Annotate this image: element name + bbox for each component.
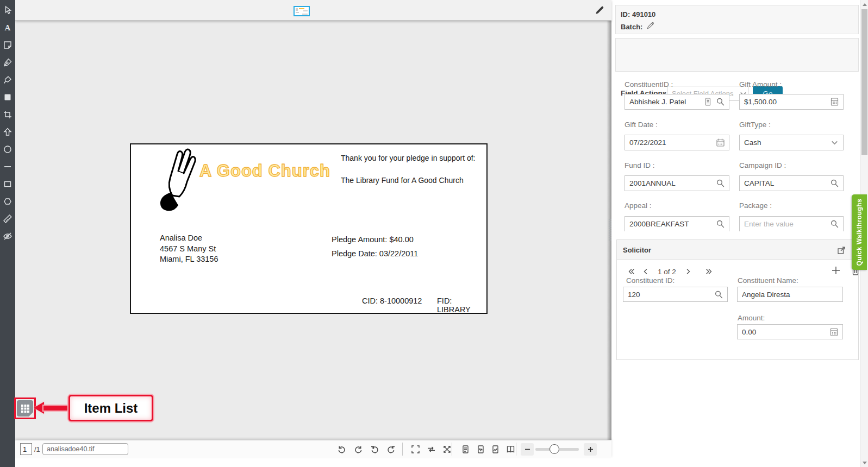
search-icon[interactable] — [830, 179, 839, 188]
page-thumbnail[interactable] — [294, 6, 310, 16]
fit-window-icon[interactable] — [409, 443, 421, 455]
pagination-status: 1 of 2 — [658, 268, 676, 276]
solicitor-amount-label: Amount: — [738, 314, 765, 322]
search-icon[interactable] — [714, 290, 723, 299]
package-input[interactable] — [744, 220, 827, 228]
line-icon[interactable] — [2, 161, 13, 172]
fit-width-icon[interactable] — [425, 443, 437, 455]
gift-amount-input[interactable] — [744, 98, 827, 106]
solicitor-constituent-name-input[interactable] — [742, 291, 839, 299]
rotate-page-ccw-icon[interactable] — [369, 443, 380, 455]
zoom-slider-knob[interactable] — [549, 444, 559, 454]
zoom-in-button[interactable] — [584, 443, 597, 456]
search-icon[interactable] — [716, 219, 725, 229]
highlighter-icon[interactable] — [2, 74, 13, 85]
zoom-slider[interactable] — [535, 448, 579, 451]
panel-splitter-handle[interactable] — [608, 218, 612, 241]
polygon-icon[interactable] — [2, 196, 13, 207]
solicitor-constituent-id-field[interactable] — [623, 287, 728, 302]
constituent-id-input[interactable] — [629, 98, 700, 106]
appeal-input[interactable] — [629, 220, 713, 228]
text-tool-icon[interactable]: A — [2, 22, 13, 33]
item-header-box: ID: 491010 Batch: — [615, 5, 859, 34]
next-page-icon[interactable] — [683, 266, 694, 277]
select-cursor-icon[interactable] — [2, 5, 13, 16]
gift-date-input[interactable] — [629, 138, 713, 147]
item-id-label: ID: 491010 — [621, 10, 858, 18]
page-count-label: /1 — [34, 445, 40, 453]
filled-rectangle-icon[interactable] — [2, 92, 13, 103]
scanned-pledge-card: A Good Church Thank you for your pledge … — [130, 143, 488, 314]
page-view-icon[interactable] — [459, 443, 471, 455]
contact-card-icon[interactable] — [703, 97, 713, 106]
campaign-id-label: Campaign ID : — [739, 161, 844, 169]
add-solicitor-icon[interactable] — [830, 265, 842, 277]
ellipse-icon[interactable] — [2, 144, 13, 155]
pen-icon[interactable] — [2, 57, 13, 68]
solicitor-pagination: 1 of 2 — [626, 266, 714, 277]
previous-page-icon[interactable] — [640, 266, 651, 277]
edit-pencil-icon[interactable] — [595, 5, 604, 15]
first-page-icon[interactable] — [626, 266, 637, 277]
campaign-id-field[interactable] — [739, 175, 844, 191]
hide-annotations-icon[interactable] — [2, 231, 13, 242]
rotate-ccw-icon[interactable] — [335, 443, 347, 455]
gift-amount-label: Gift Amount : — [739, 80, 844, 89]
gift-type-label: GiftType : — [739, 121, 844, 129]
chevron-down-icon — [830, 138, 839, 147]
sticky-note-icon[interactable] — [2, 40, 13, 51]
rotate-page-cw-icon[interactable] — [385, 443, 397, 455]
fit-page-icon[interactable] — [441, 443, 453, 455]
gift-date-field[interactable] — [625, 135, 729, 150]
popout-edit-icon[interactable] — [836, 245, 846, 255]
constituent-id-field[interactable] — [625, 94, 729, 110]
gift-amount-field[interactable] — [739, 94, 844, 110]
page-number-input[interactable] — [20, 443, 32, 455]
gift-fields-area: ConstituentID : Gift Amount : Gift Date … — [612, 76, 860, 231]
solicitor-constituent-name-field[interactable] — [737, 287, 843, 302]
scroll-down-icon[interactable] — [860, 458, 868, 467]
last-page-icon[interactable] — [703, 266, 714, 277]
quick-walkthroughs-tab[interactable]: Quick Walkthroughs — [852, 194, 867, 270]
two-page-view-icon[interactable] — [504, 443, 516, 455]
data-entry-panel: ID: 491010 Batch: Field Actions: Go Cons… — [612, 0, 860, 467]
package-field[interactable] — [739, 216, 844, 231]
fund-id-field[interactable] — [625, 175, 729, 191]
calculator-icon[interactable] — [830, 97, 839, 106]
scrollbar-thumb[interactable] — [861, 9, 867, 155]
viewer-canvas[interactable]: A Good Church Thank you for your pledge … — [15, 21, 611, 440]
page-audit-view-icon[interactable] — [489, 443, 501, 455]
calculator-icon[interactable] — [829, 327, 839, 337]
arrow-shape-icon[interactable] — [2, 127, 13, 137]
batch-edit-pencil-icon[interactable] — [646, 21, 655, 32]
fund-id-label: Fund ID : — [625, 161, 729, 169]
item-list-button[interactable] — [17, 400, 33, 416]
calendar-icon[interactable] — [716, 138, 725, 147]
rectangle-icon[interactable] — [2, 179, 13, 190]
viewer-topbar — [15, 0, 611, 21]
search-icon[interactable] — [716, 97, 725, 106]
search-icon[interactable] — [830, 219, 839, 229]
donor-name: Analisa Doe — [160, 233, 218, 244]
scroll-up-icon[interactable] — [860, 0, 868, 9]
solicitor-constituent-id-label: Constituent ID: — [626, 276, 731, 285]
pledge-fund-line: The Library Fund for A Good Church — [341, 176, 464, 185]
ruler-icon[interactable] — [2, 213, 13, 224]
gift-type-dropdown[interactable] — [739, 135, 844, 150]
gift-date-label: Gift Date : — [625, 121, 729, 129]
gift-type-value[interactable] — [744, 138, 827, 147]
search-icon[interactable] — [716, 179, 725, 188]
solicitor-amount-field[interactable] — [737, 324, 843, 339]
appeal-field[interactable] — [625, 216, 729, 231]
filename-input[interactable] — [42, 443, 128, 455]
zoom-out-button[interactable] — [521, 443, 534, 456]
fund-id-input[interactable] — [629, 179, 713, 187]
solicitor-amount-input[interactable] — [742, 328, 826, 336]
crop-icon[interactable] — [2, 109, 13, 120]
donor-address-block: Analisa Doe 4567 S Many St Miami, FL 331… — [160, 233, 218, 265]
pledge-thanks-line: Thank you for your pledge in support of: — [341, 154, 475, 162]
campaign-id-input[interactable] — [744, 179, 827, 187]
page-check-view-icon[interactable] — [474, 443, 486, 455]
rotate-cw-icon[interactable] — [352, 443, 364, 455]
solicitor-constituent-id-input[interactable] — [628, 291, 711, 299]
